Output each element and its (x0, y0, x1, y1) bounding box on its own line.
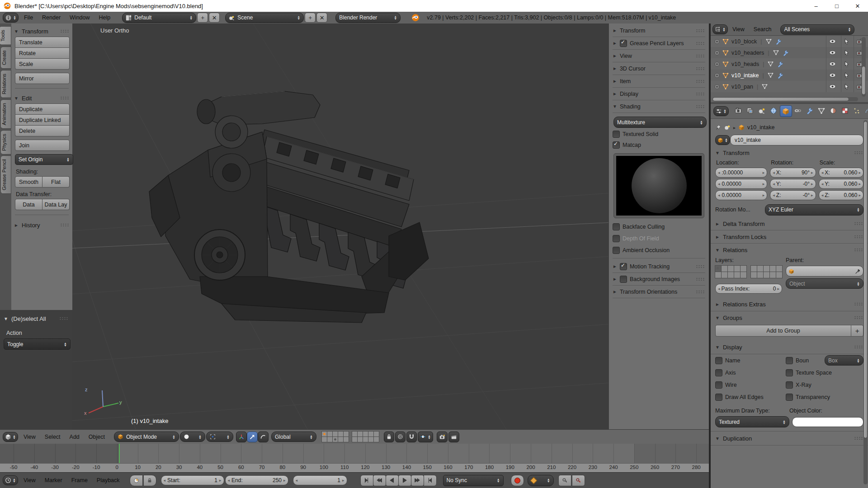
step-right-arrow[interactable]: ▸ (859, 182, 861, 186)
mirror-button[interactable]: Mirror (15, 73, 70, 84)
scale-field-1[interactable]: ◂Y:0.060▸ (819, 179, 863, 189)
transform-orientation-dropdown[interactable]: Global ▲▼ (271, 432, 316, 442)
parent-field[interactable] (786, 266, 863, 277)
object-color-swatch[interactable] (792, 417, 863, 427)
timeline-menu-marker[interactable]: Marker (40, 477, 67, 483)
restrict-view-eye-icon[interactable] (829, 61, 836, 66)
timeline-ruler[interactable]: -50-40-30-20-100102030405060708090100110… (0, 463, 709, 473)
panel-relations-extras-header[interactable]: ►Relations Extras (711, 297, 868, 311)
step-left-arrow[interactable]: ◂ (773, 182, 775, 186)
relations-layers-group2[interactable] (751, 266, 783, 278)
layer-cell[interactable] (776, 265, 783, 272)
pass-index-field[interactable]: ◂Pass Index: 0▸ (715, 284, 782, 294)
add-scene-button[interactable]: ＋ (305, 13, 316, 23)
editor-type-outliner-button[interactable]: ▲▼ (712, 24, 728, 34)
insert-keyframe-button[interactable] (558, 475, 571, 486)
panel-display-header[interactable]: ▼Display (711, 340, 868, 354)
restrict-select-icon[interactable] (844, 38, 849, 45)
render-engine-dropdown[interactable]: Blender Render ▲▼ (335, 13, 401, 23)
data-button[interactable]: Data (15, 199, 42, 210)
properties-tab-modifiers[interactable] (804, 105, 816, 116)
minimize-button[interactable]: – (806, 0, 826, 12)
rotation-field-1[interactable]: ◂Y:-0°▸ (770, 179, 816, 189)
scale-field-0[interactable]: ◂X:0.060▸ (819, 168, 863, 178)
bounds-type-dropdown[interactable]: Box▲▼ (825, 355, 863, 366)
step-right-arrow[interactable]: ▸ (763, 182, 765, 186)
snap-element-dropdown[interactable]: ▲▼ (418, 432, 433, 442)
layer-cell[interactable] (750, 272, 757, 278)
panel-object-transform-header[interactable]: ▼Transform (711, 147, 868, 159)
step-right-arrow[interactable]: ▸ (763, 193, 765, 197)
auto-keyframe-toggle[interactable] (511, 475, 524, 486)
matcap-preview[interactable] (616, 156, 702, 216)
panel-history-header[interactable]: ►History (14, 220, 70, 230)
timeline-menu-view[interactable]: View (19, 477, 40, 483)
step-right-arrow[interactable]: ▸ (811, 182, 813, 186)
toolshelf-tab-create[interactable]: Create (1, 47, 11, 69)
layer-cell[interactable] (373, 436, 379, 442)
outliner-item-v10_pan[interactable]: v10_pan| (711, 81, 868, 92)
background-images-checkbox[interactable] (620, 276, 627, 283)
outliner-item-v10_block[interactable]: v10_block| (711, 36, 868, 47)
step-left-arrow[interactable]: ◂ (718, 193, 720, 197)
add-to-group-button[interactable]: Add to Group (715, 325, 851, 337)
outliner-item-v10_heads[interactable]: v10_heads| (711, 58, 868, 70)
viewport-menu-object[interactable]: Object (84, 434, 109, 440)
toolshelf-tab-physics[interactable]: Physics (1, 130, 11, 155)
editor-type-info-button[interactable]: ▲▼ (3, 13, 19, 23)
object-name[interactable]: v10_heads (731, 61, 759, 67)
location-field-1[interactable]: ◂0.00000▸ (715, 179, 767, 189)
action-dropdown[interactable]: Toggle▲▼ (4, 338, 71, 350)
layer-cell[interactable] (715, 265, 722, 272)
current-frame-marker[interactable] (119, 444, 120, 463)
join-button[interactable]: Join (15, 140, 70, 151)
properties-tab-render-layers[interactable] (745, 105, 756, 116)
display-transparency-checkbox[interactable] (786, 394, 793, 401)
properties-tab-particles[interactable] (851, 105, 863, 116)
timeline-track[interactable] (0, 444, 709, 463)
outliner-vscrollbar[interactable] (862, 37, 866, 97)
delete-keyframe-button[interactable] (572, 475, 585, 486)
display-texture-space-checkbox[interactable] (786, 369, 793, 376)
panel-duplication-header[interactable]: ▼Duplication (711, 431, 868, 446)
toolshelf-tab-animation[interactable]: Animation (1, 99, 11, 129)
step-right-arrow[interactable]: ▸ (763, 170, 765, 175)
expand-icon[interactable] (714, 50, 720, 56)
pivot-point-dropdown[interactable]: ▲▼ (206, 432, 233, 442)
rotation-mode-dropdown[interactable]: XYZ Euler▲▼ (765, 204, 863, 216)
scale-field-2[interactable]: ◂Z:0.060▸ (819, 190, 863, 200)
step-left-arrow[interactable]: ◂ (773, 170, 775, 175)
redo-panel-header[interactable]: ▼(De)select All (4, 314, 69, 324)
relations-layers-group1[interactable] (715, 266, 747, 278)
set-origin-dropdown[interactable]: Set Origin▲▼ (15, 154, 73, 165)
object-id-icon-button[interactable]: ▲▼ (715, 135, 730, 145)
step-left-arrow[interactable]: ◂ (718, 170, 720, 175)
layer-cell[interactable] (757, 272, 764, 278)
toolshelf-tab-grease-pencil[interactable]: Grease Pencil (1, 155, 11, 194)
properties-tab-texture[interactable] (840, 105, 851, 116)
expand-icon[interactable] (714, 39, 720, 44)
viewport-3d[interactable]: z y x User Ortho (1) v10_intake ToolsCre… (0, 23, 709, 444)
add-layout-button[interactable]: ＋ (197, 13, 208, 23)
motion-tracking-checkbox[interactable] (620, 263, 627, 270)
sync-dropdown[interactable]: No Sync▲▼ (443, 475, 504, 486)
layer-cell[interactable] (769, 265, 776, 272)
properties-tab-world[interactable] (768, 105, 779, 116)
display-wire-checkbox[interactable] (715, 381, 722, 389)
playback-play-button[interactable] (398, 475, 411, 486)
npanel-panel-transform-orientations[interactable]: ►Transform Orientations (613, 286, 705, 298)
close-button[interactable]: ✕ (847, 0, 868, 12)
layer-cell[interactable] (750, 265, 757, 272)
step-right-arrow[interactable]: ▸ (811, 170, 813, 175)
npanel-panel-3d-cursor[interactable]: ►3D Cursor (613, 62, 705, 75)
lock-to-scene-toggle[interactable] (384, 432, 394, 442)
properties-tab-render[interactable] (733, 105, 744, 116)
max-draw-type-dropdown[interactable]: Textured▲▼ (715, 416, 789, 427)
panel-delta-transform-header[interactable]: ►Delta Transform (711, 217, 868, 230)
grease-pencil-layers-checkbox[interactable] (620, 40, 627, 47)
duplicate-linked-button[interactable]: Duplicate Linked (15, 115, 70, 126)
playback-play-reverse-button[interactable] (386, 475, 399, 486)
display-x-ray-checkbox[interactable] (786, 381, 793, 389)
toolshelf-tab-relations[interactable]: Relations (1, 70, 11, 98)
rotation-field-2[interactable]: ◂Z:-0°▸ (770, 190, 816, 200)
